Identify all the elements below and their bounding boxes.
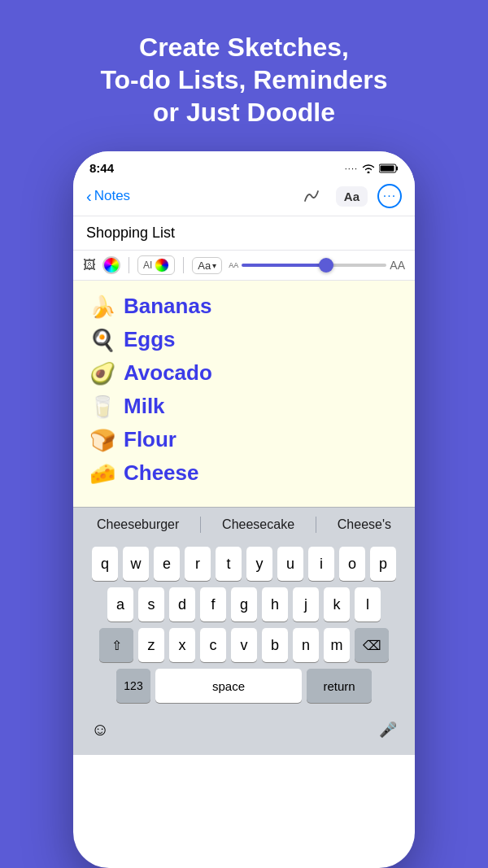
autocomplete-word-2[interactable]: Cheese's [325,516,404,534]
item-emoji-1: 🍳 [89,329,115,351]
item-text-5: Cheese [124,460,199,486]
note-title-bar [73,216,415,251]
return-key[interactable]: return [307,669,372,703]
item-text-1: Eggs [124,327,176,352]
item-emoji-4: 🍞 [89,430,115,451]
item-text-3: Milk [124,394,165,419]
chevron-down-icon: ▾ [212,261,216,270]
key-f[interactable]: f [200,587,226,622]
space-key[interactable]: space [155,669,302,703]
key-m[interactable]: m [324,628,350,662]
list-item: 🍌 Bananas [89,294,399,319]
nav-center-controls: Aa ··· [297,183,402,209]
key-y[interactable]: y [246,547,272,581]
key-i[interactable]: i [308,547,334,581]
item-emoji-5: 🧀 [89,463,115,484]
key-r[interactable]: r [185,547,211,581]
chevron-left-icon: ‹ [86,188,92,204]
item-text-4: Flour [124,427,176,452]
key-w[interactable]: w [123,547,149,581]
font-size-button[interactable]: Aa ▾ [192,257,222,274]
item-text-2: Avocado [124,360,212,386]
key-a[interactable]: a [107,587,133,622]
sketch-icon [302,188,321,204]
key-q[interactable]: q [92,547,118,581]
key-u[interactable]: u [277,547,303,581]
keyboard-row-2: a s d f g h j k l [76,587,412,622]
toolbar-divider-1 [129,257,129,273]
key-o[interactable]: o [339,547,365,581]
phone-mockup: 8:44 ···· ‹ Notes [73,151,415,868]
font-size-label: Aa [198,260,211,272]
item-emoji-3: 🥛 [89,396,115,417]
key-d[interactable]: d [169,587,195,622]
key-c[interactable]: c [200,628,226,662]
key-p[interactable]: p [370,547,396,581]
key-k[interactable]: k [324,587,350,622]
key-x[interactable]: x [169,628,195,662]
list-item: 🍞 Flour [89,427,399,452]
item-emoji-0: 🍌 [89,296,115,317]
format-toolbar: 🖼 AI Aa ▾ AA AA [73,251,415,281]
ai-label: AI [143,260,152,271]
key-n[interactable]: n [293,628,319,662]
autocomplete-word-1[interactable]: Cheesecake [209,516,307,534]
list-item: 🧀 Cheese [89,460,399,486]
signal-icon: ···· [345,164,358,173]
font-size-slider[interactable]: AA AA [229,259,405,272]
nav-bar: ‹ Notes Aa ··· [73,178,415,216]
keyboard: q w e r t y u i o p a s d f g h j k l ⇧ … [73,542,415,755]
status-bar: 8:44 ···· [73,151,415,178]
key-e[interactable]: e [154,547,180,581]
list-item: 🥑 Avocado [89,360,399,386]
mic-key[interactable]: 🎤 [371,713,405,747]
keyboard-row-3: ⇧ z x c v b n m ⌫ [76,628,412,662]
more-icon: ··· [383,190,396,203]
shift-key[interactable]: ⇧ [99,628,133,662]
autocomplete-bar: Cheeseburger Cheesecake Cheese's [73,507,415,542]
more-button[interactable]: ··· [377,184,402,208]
key-s[interactable]: s [138,587,164,622]
autocomplete-word-0[interactable]: Cheeseburger [84,516,192,534]
item-text-0: Bananas [124,294,211,319]
key-g[interactable]: g [231,587,257,622]
status-icons: ···· [345,164,399,173]
ai-color-dot [155,258,169,273]
list-item: 🥛 Milk [89,394,399,419]
font-small-label: AA [229,261,238,269]
num-key[interactable]: 123 [116,669,150,703]
item-emoji-2: 🥑 [89,363,115,384]
key-z[interactable]: z [138,628,164,662]
keyboard-row-1: q w e r t y u i o p [76,547,412,581]
note-content: 🍌 Bananas 🍳 Eggs 🥑 Avocado 🥛 Milk 🍞 Flou… [73,281,415,507]
key-t[interactable]: t [216,547,242,581]
note-title-input[interactable] [86,225,402,242]
wifi-icon [362,164,375,173]
slider-track[interactable] [242,264,386,267]
ai-button[interactable]: AI [137,255,175,275]
autocomplete-divider-1 [200,517,201,533]
font-large-label: AA [390,259,405,272]
key-j[interactable]: j [293,587,319,622]
key-b[interactable]: b [262,628,288,662]
headline: Create Sketches,To-do Lists, Remindersor… [68,0,420,151]
key-l[interactable]: l [355,587,381,622]
image-icon[interactable]: 🖼 [83,258,96,273]
autocomplete-divider-2 [316,517,316,533]
color-circle-button[interactable] [102,256,120,274]
font-button[interactable]: Aa [336,186,368,207]
emoji-key[interactable]: ☺ [83,713,117,747]
list-item: 🍳 Eggs [89,327,399,352]
back-button[interactable]: ‹ Notes [86,188,130,204]
sketch-button[interactable] [297,183,326,209]
backspace-key[interactable]: ⌫ [355,628,389,662]
key-h[interactable]: h [262,587,288,622]
key-v[interactable]: v [231,628,257,662]
keyboard-row-4: 123 space return [76,669,412,703]
toolbar-divider-2 [183,257,184,273]
battery-icon [379,164,399,173]
keyboard-bottom-bar: ☺ 🎤 [76,709,412,752]
slider-thumb [319,258,333,273]
back-label: Notes [94,188,130,204]
status-time: 8:44 [89,161,114,175]
